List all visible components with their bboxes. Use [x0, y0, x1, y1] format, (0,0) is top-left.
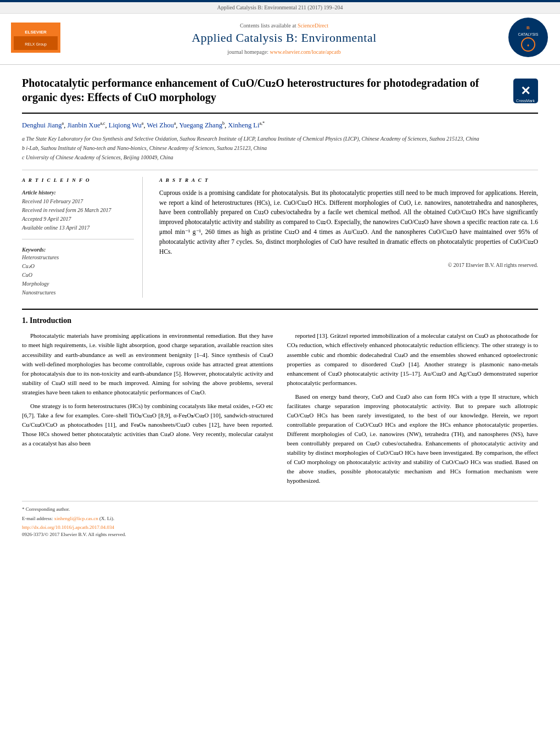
header-center: Contents lists available at ScienceDirec…: [60, 22, 508, 57]
article-info-abstract-section: A R T I C L E I N F O Article history: R…: [22, 170, 538, 298]
journal-header: ELSEVIER RELX Group Contents lists avail…: [0, 14, 560, 65]
article-info-label: A R T I C L E I N F O: [22, 177, 134, 184]
issn-line: 0926-3373/© 2017 Elsevier B.V. All right…: [22, 531, 538, 538]
received-date: Received 10 February 2017: [22, 197, 134, 206]
accepted-date: Accepted 9 April 2017: [22, 215, 134, 224]
elsevier-logo: ELSEVIER RELX Group: [11, 23, 60, 55]
authors-line: Denghui Jianga, Jianbin Xuea,c, Liqiong …: [22, 120, 538, 131]
article-info-col: A R T I C L E I N F O Article history: R…: [22, 177, 143, 298]
svg-text:ELSEVIER: ELSEVIER: [25, 30, 47, 35]
svg-text:✕: ✕: [520, 84, 530, 98]
crossmark-logo: ✕ CrossMark: [513, 79, 538, 106]
keyword-4: Morphology: [22, 280, 134, 288]
svg-text:RELX Group: RELX Group: [25, 42, 47, 47]
homepage-line: journal homepage: www.elsevier.com/locat…: [60, 48, 508, 56]
corresponding-note: * Corresponding author.: [22, 506, 538, 513]
doi-bar: Applied Catalysis B: Environmental 211 (…: [0, 2, 560, 14]
abstract-col: A B S T R A C T Cuprous oxide is a promi…: [159, 177, 538, 298]
article-history: Article history: Received 10 February 20…: [22, 188, 134, 239]
journal-title: Applied Catalysis B: Environmental: [60, 30, 508, 47]
article-title: Photocatalytic performance enhancement o…: [22, 76, 513, 104]
keyword-1: Heterostructures: [22, 254, 134, 261]
sciencedirect-link[interactable]: ScienceDirect: [298, 23, 328, 29]
affiliations: a The State Key Laboratory for Oxo Synth…: [22, 135, 538, 161]
catalysis-logo: B CATALYSIS ♦: [508, 17, 549, 61]
intro-para-3: reported [13]. Grätzel reported immobili…: [287, 331, 539, 387]
affiliation-b: b i-Lab, Suzhou Institute of Nano-tech a…: [22, 144, 538, 152]
abstract-label: A B S T R A C T: [159, 177, 538, 184]
svg-text:♦: ♦: [527, 43, 529, 48]
keywords-label: Keywords:: [22, 246, 134, 254]
title-section: Photocatalytic performance enhancement o…: [22, 76, 538, 114]
main-content: Photocatalytic performance enhancement o…: [0, 65, 560, 549]
keyword-3: CuO: [22, 271, 134, 279]
intro-body: Photocatalytic materials have promising …: [22, 331, 538, 490]
article-footer: * Corresponding author. E-mail address: …: [22, 501, 538, 538]
svg-text:CrossMark: CrossMark: [516, 99, 535, 103]
introduction-section: 1. Introduction Photocatalytic materials…: [22, 309, 538, 490]
available-date: Available online 13 April 2017: [22, 224, 134, 232]
intro-para-2: One strategy is to form heterostructures…: [22, 401, 273, 448]
affiliation-a: a The State Key Laboratory for Oxo Synth…: [22, 135, 538, 143]
contents-available: Contents lists available at ScienceDirec…: [60, 22, 508, 30]
email-address[interactable]: xinhengli@licp.cas.cn: [54, 516, 98, 521]
email-line: E-mail address: xinhengli@licp.cas.cn (X…: [22, 515, 538, 522]
history-label: Article history:: [22, 188, 134, 197]
revised-date: Received in revised form 26 March 2017: [22, 206, 134, 215]
intro-col-left: Photocatalytic materials have promising …: [22, 331, 273, 490]
svg-text:B: B: [527, 25, 530, 30]
journal-ref: Applied Catalysis B: Environmental 211 (…: [217, 4, 343, 10]
intro-col-right: reported [13]. Grätzel reported immobili…: [287, 331, 539, 490]
keyword-5: Nanostructures: [22, 289, 134, 297]
intro-title: 1. Introduction: [22, 315, 538, 326]
doi-link[interactable]: http://dx.doi.org/10.1016/j.apcatb.2017.…: [22, 525, 114, 530]
affiliation-c: c University of Chinese Academy of Scien…: [22, 153, 538, 161]
keywords-block: Keywords: Heterostructures Cu₂O CuO Morp…: [22, 246, 134, 297]
svg-text:CATALYSIS: CATALYSIS: [518, 32, 539, 36]
copyright: © 2017 Elsevier B.V. All rights reserved…: [159, 261, 538, 269]
intro-para-4: Based on energy band theory, CuO and Cu₂…: [287, 392, 539, 486]
intro-para-1: Photocatalytic materials have promising …: [22, 331, 273, 397]
keyword-2: Cu₂O: [22, 263, 134, 270]
abstract-text: Cuprous oxide is a promising candidate f…: [159, 188, 538, 257]
homepage-url[interactable]: www.elsevier.com/locate/apcatb: [270, 49, 340, 55]
